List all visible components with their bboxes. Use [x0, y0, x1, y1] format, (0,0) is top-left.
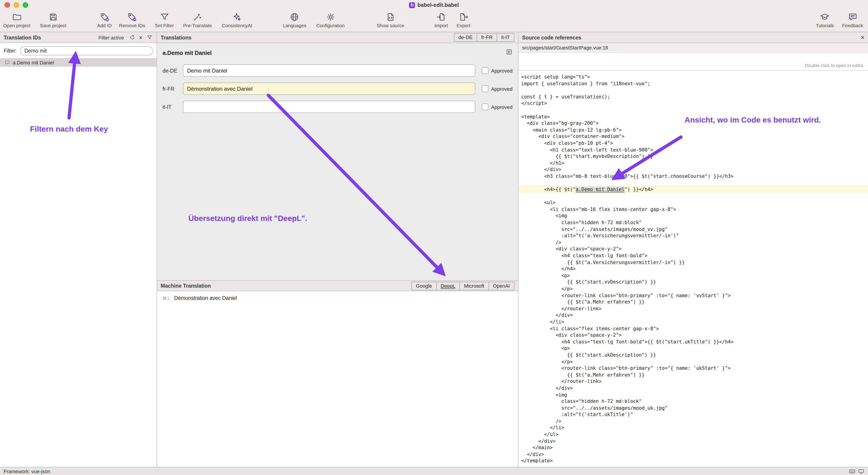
machine-translation-title: Machine Translation	[161, 283, 211, 289]
code-line: </ul>	[519, 431, 868, 438]
toolbar-label: Show source	[377, 23, 404, 28]
translation-id-list: a.Demo mit Daniel	[0, 58, 157, 467]
filter-input[interactable]	[20, 46, 153, 55]
source-file-reference[interactable]: src/pages/start/GuestStartPage.vue:18	[519, 43, 868, 53]
filter-label: Filter:	[4, 48, 17, 54]
window-title: babel-edit.babel	[417, 2, 459, 8]
mt-result-row[interactable]: ⌘1 Démonstration avec Daniel	[162, 295, 513, 301]
filter-menu-icon[interactable]	[146, 34, 153, 41]
mt-provider-openai[interactable]: OpenAI	[488, 281, 514, 290]
code-line: </router-link>	[519, 305, 868, 312]
refresh-icon[interactable]	[128, 34, 136, 41]
toolbar-label: Languages	[283, 23, 306, 28]
code-line: </div>	[519, 451, 868, 457]
language-tab-fr-FR[interactable]: fr-FR	[477, 33, 497, 42]
code-line: </template>	[519, 457, 868, 464]
save-project-button[interactable]: Save project	[40, 12, 66, 28]
code-line: {{ $t("a.Mehr erfahren") }}	[519, 371, 868, 378]
translations-panel: Translations de-DE fr-FR it-IT a.Demo mi…	[157, 32, 519, 467]
add-id-button[interactable]: Add ID	[97, 12, 112, 28]
code-line: src="../../assets/images/mood_uk.jpg"	[519, 404, 868, 411]
translation-input-it-IT[interactable]	[183, 101, 475, 113]
configuration-button[interactable]: Configuration	[316, 12, 345, 28]
feedback-button[interactable]: Feedback	[842, 12, 863, 28]
code-line: <h4 class="text-lg font-bold">	[519, 252, 868, 259]
import-button[interactable]: Import	[434, 12, 448, 28]
approved-checkbox[interactable]	[482, 67, 489, 74]
toolbar-label: Remove IDs	[119, 23, 145, 28]
screen-icon[interactable]	[858, 469, 864, 474]
toolbar-label: Open project	[3, 23, 30, 28]
mt-provider-google[interactable]: Google	[411, 281, 436, 290]
open-in-editor-hint: Double-click to open in editor	[805, 63, 864, 68]
translation-input-fr-FR[interactable]	[183, 82, 475, 95]
app-window: b babel-edit.babel Open project Save pro…	[0, 0, 868, 475]
code-line: <template>	[519, 113, 868, 120]
translation-id-label: a.Demo mit Daniel	[13, 60, 54, 65]
code-line: {{ $t("a.Versicherungsvermittler/-in") }…	[519, 259, 868, 265]
mt-shortcut-badge: ⌘1	[162, 296, 170, 301]
toolbar-label: Configuration	[316, 23, 345, 28]
code-line	[519, 107, 868, 113]
sparkle-icon	[232, 12, 242, 22]
approved-checkbox[interactable]	[482, 85, 489, 92]
comment-bubble-icon	[4, 60, 10, 65]
close-icon[interactable]: ×	[861, 34, 864, 40]
code-line: <p>	[519, 272, 868, 279]
tag-plus-icon	[100, 12, 109, 22]
approved-checkbox[interactable]	[482, 103, 489, 110]
translation-input-de-DE[interactable]	[183, 64, 475, 77]
mt-provider-deepl[interactable]: DeepL	[436, 281, 460, 290]
language-label: de-DE	[162, 68, 183, 73]
remove-ids-button[interactable]: Remove IDs	[119, 12, 145, 28]
show-source-button[interactable]: Show source	[377, 12, 404, 28]
toolbar-label: Add ID	[97, 23, 112, 28]
filter-row: Filter:	[0, 43, 157, 58]
open-project-button[interactable]: Open project	[3, 12, 30, 28]
translation-row-it-IT: it-IT Approved	[162, 101, 513, 113]
code-line: <p>	[519, 345, 868, 351]
clear-filter-icon[interactable]: ×	[137, 34, 144, 41]
comment-icon[interactable]	[506, 48, 513, 57]
source-document-icon	[386, 12, 395, 22]
set-filter-button[interactable]: Set Filter	[155, 12, 174, 28]
language-tab-de-DE[interactable]: de-DE	[454, 33, 477, 42]
code-line: <li class="flex items-center gap-x-8">	[519, 325, 868, 332]
language-label: fr-FR	[162, 86, 183, 92]
code-line: <div class="pb-10 pt-4">	[519, 140, 868, 146]
code-line: <div class="bg-gray-200">	[519, 120, 868, 126]
code-line: <ul>	[519, 199, 868, 206]
mt-provider-microsoft[interactable]: Microsoft	[459, 281, 489, 290]
export-button[interactable]: Export	[457, 12, 470, 28]
toolbar-label: Feedback	[842, 23, 863, 28]
translation-id-item[interactable]: a.Demo mit Daniel	[0, 58, 157, 67]
code-listing: <script setup lang="ts">import { useTran…	[519, 71, 868, 467]
keyboard-icon[interactable]	[849, 469, 855, 474]
code-line: </router-link>	[519, 378, 868, 385]
tag-minus-icon	[127, 12, 137, 22]
code-line: :alt="t('a.Versicherungsvermittler/-in')…	[519, 233, 868, 239]
code-line: <h4 class="text-lg font-bold">{{ $t("sta…	[519, 338, 868, 345]
pre-translate-button[interactable]: Pre-Translate	[183, 12, 212, 28]
code-line: <router-link class="btn-primary" :to="{ …	[519, 292, 868, 299]
code-line: </script>	[519, 100, 868, 107]
export-icon	[459, 12, 468, 22]
code-line: class="hidden h-72 md:block"	[519, 398, 868, 404]
tutorials-button[interactable]: Tutorials	[816, 12, 834, 28]
code-line: <script setup lang="ts">	[519, 73, 868, 80]
code-line: </li>	[519, 318, 868, 325]
code-line: </div>	[519, 385, 868, 391]
machine-translation-content: ⌘1 Démonstration avec Daniel	[157, 291, 518, 467]
funnel-icon	[160, 12, 169, 22]
source-code-references-panel: Source code references × src/pages/start…	[519, 32, 868, 467]
translation-key-highlight: a.Demo mit Daniel	[576, 186, 624, 192]
language-tab-it-IT[interactable]: it-IT	[497, 33, 514, 42]
folder-open-icon	[12, 12, 22, 22]
languages-button[interactable]: Languages	[283, 12, 306, 28]
code-line: <div class="space-y-2">	[519, 246, 868, 252]
code-line: />	[519, 239, 868, 246]
code-line: <img	[519, 391, 868, 398]
code-line-highlighted: <h4>{{ $t("a.Demo mit Daniel") }}</h4>	[519, 186, 868, 193]
code-line: {{ $t("a.Mehr erfahren") }}	[519, 299, 868, 305]
consistency-ai-button[interactable]: ConsistencyAI	[222, 12, 252, 28]
